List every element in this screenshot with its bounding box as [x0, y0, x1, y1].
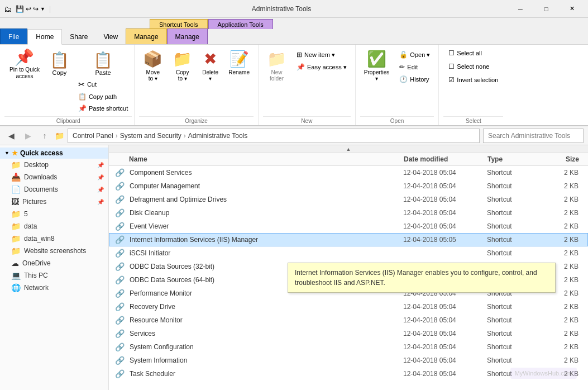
tab-view[interactable]: View [95, 30, 126, 44]
rename-button[interactable]: 📝 Rename [224, 47, 254, 78]
table-row[interactable]: 🔗 Resource Monitor 12-04-2018 05:04 Shor… [109, 313, 588, 327]
table-row[interactable]: 🔗 Disk Cleanup 12-04-2018 05:04 Shortcut… [109, 206, 588, 220]
sidebar-item-this-pc[interactable]: 💻 This PC [0, 269, 108, 282]
tab-manage-app[interactable]: Manage [167, 28, 208, 44]
select-all-button[interactable]: ☐ Select all [443, 47, 503, 59]
copy-path-button[interactable]: 📋 Copy path [74, 91, 132, 102]
table-row[interactable]: 🔗 Internet Information Services (IIS) Ma… [109, 233, 588, 246]
table-row[interactable]: 🔗 Services 12-04-2018 05:04 Shortcut 2 K… [109, 327, 588, 340]
edit-button[interactable]: ✏ Edit [395, 61, 434, 73]
tab-share[interactable]: Share [62, 30, 95, 44]
move-to-icon: 📦 [143, 50, 162, 68]
paste-button[interactable]: 📋 Paste [74, 49, 132, 78]
table-row[interactable]: 🔗 Defragment and Optimize Drives 12-04-2… [109, 193, 588, 206]
table-row[interactable]: 🔗 Recovery Drive 12-04-2018 05:04 Shortc… [109, 300, 588, 313]
delete-button[interactable]: ✖ Delete▾ [198, 47, 222, 84]
history-label: History [410, 76, 429, 83]
cut-button[interactable]: ✂ Cut [74, 78, 132, 91]
file-date: 12-04-2018 05:04 [403, 316, 487, 324]
minimize-button[interactable]: ─ [508, 2, 533, 16]
table-row[interactable]: 🔗 Event Viewer 12-04-2018 05:04 Shortcut… [109, 220, 588, 233]
select-none-button[interactable]: ☐ Select none [443, 60, 503, 73]
sidebar-item[interactable]: 📁 Website screenshots [0, 245, 108, 257]
path-sep-2: › [184, 132, 186, 140]
new-folder-button[interactable]: 📁 Newfolder [263, 47, 290, 84]
table-row[interactable]: 🔗 System Information 12-04-2018 05:04 Sh… [109, 354, 588, 367]
sidebar-item[interactable]: 📥 Downloads 📌 [0, 171, 108, 183]
paste-shortcut-button[interactable]: 📌 Paste shortcut [74, 103, 132, 114]
file-list: ▲ Name Date modified Type Size 🔗 Compone… [109, 145, 588, 390]
file-type: Shortcut [487, 222, 543, 230]
header-name[interactable]: Name [109, 155, 404, 163]
edit-label: Edit [407, 64, 418, 70]
properties-button[interactable]: ✅ Properties▾ [360, 47, 394, 84]
new-folder-icon: 📁 [267, 50, 286, 68]
pin-to-quick-access-button[interactable]: 📌 Pin to Quickaccess [4, 47, 45, 83]
header-type[interactable]: Type [487, 155, 543, 163]
file-name: System Configuration [130, 343, 403, 351]
path-part-admin-tools[interactable]: Administrative Tools [188, 132, 248, 140]
new-folder-label: Newfolder [270, 69, 284, 82]
file-name: Internet Information Services (IIS) Mana… [130, 236, 403, 244]
path-part-system-security[interactable]: System and Security [120, 132, 181, 140]
open-button[interactable]: 🔓 Open ▾ [395, 49, 434, 60]
sidebar-item[interactable]: 📁 5 [0, 208, 108, 220]
tab-home[interactable]: Home [27, 29, 62, 45]
table-row[interactable]: 🔗 System Configuration 12-04-2018 05:04 … [109, 340, 588, 354]
file-type: Shortcut [487, 209, 543, 217]
file-name: Task Scheduler [130, 370, 403, 378]
up-button[interactable]: ↑ [38, 129, 51, 142]
sidebar-item-network[interactable]: 🌐 Network [0, 282, 108, 294]
sidebar-item-icon: 📥 [11, 173, 21, 182]
path-part-control-panel[interactable]: Control Panel [73, 132, 113, 140]
ribbon-select-section: ☐ Select all ☐ Select none ☑ Invert sele… [439, 45, 508, 125]
organize-buttons: 📦 Moveto ▾ 📁 Copyto ▾ ✖ Delete▾ 📝 Rename [139, 45, 254, 116]
easy-access-button[interactable]: 📌 Easy access ▾ [293, 61, 351, 73]
new-item-button[interactable]: ⊞ New item ▾ [293, 49, 351, 60]
move-to-button[interactable]: 📦 Moveto ▾ [139, 47, 166, 84]
properties-label: Properties▾ [364, 69, 390, 82]
properties-icon: ✅ [367, 50, 386, 68]
copy-button[interactable]: 📋 Copy [46, 49, 73, 78]
sidebar-item-label: Desktop [24, 161, 49, 169]
table-row[interactable]: 🔗 Computer Management 12-04-2018 05:04 S… [109, 179, 588, 193]
select-all-label: Select all [457, 50, 482, 56]
file-icon: 🔗 [109, 235, 130, 244]
maximize-button[interactable]: □ [533, 2, 559, 16]
rename-icon: 📝 [230, 50, 249, 68]
file-date: 12-04-2018 05:05 [403, 236, 487, 244]
address-path-bar[interactable]: Control Panel › System and Security › Ad… [68, 129, 480, 143]
search-input[interactable] [483, 129, 584, 143]
sidebar-item-onedrive[interactable]: ☁ OneDrive [0, 257, 108, 269]
file-icon: 🔗 [109, 356, 130, 365]
sidebar-item[interactable]: 📁 data [0, 220, 108, 232]
copy-to-button[interactable]: 📁 Copyto ▾ [169, 47, 196, 84]
sidebar-item[interactable]: 🖼 Pictures 📌 [0, 196, 108, 208]
sidebar-item[interactable]: 📁 Desktop 📌 [0, 159, 108, 171]
tab-manage-shortcut[interactable]: Manage [126, 28, 166, 44]
file-icon: 🔗 [109, 289, 130, 298]
pin-indicator: 📌 [97, 199, 104, 205]
table-row[interactable]: 🔗 Component Services 12-04-2018 05:04 Sh… [109, 166, 588, 179]
back-button[interactable]: ◀ [4, 129, 18, 142]
sidebar-item-icon: 🖼 [11, 197, 19, 206]
invert-icon: ☑ [448, 76, 455, 84]
header-date[interactable]: Date modified [404, 155, 487, 163]
paste-shortcut-icon: 📌 [78, 104, 87, 112]
table-row[interactable]: 🔗 iSCSI Initiator Shortcut 2 KB [109, 246, 588, 260]
header-size[interactable]: Size [543, 155, 588, 163]
sidebar-item[interactable]: 📁 data_win8 [0, 232, 108, 245]
history-button[interactable]: 🕐 History [395, 74, 434, 85]
tab-file[interactable]: File [0, 28, 27, 44]
close-button[interactable]: ✕ [559, 2, 585, 16]
sidebar-item[interactable]: 📄 Documents 📌 [0, 183, 108, 196]
open-right-group: 🔓 Open ▾ ✏ Edit 🕐 History [395, 47, 434, 85]
sidebar-quick-access-header[interactable]: ▼ ★ Quick access [0, 148, 108, 159]
table-row[interactable]: 🔗 Task Scheduler 12-04-2018 05:04 Shortc… [109, 367, 588, 381]
paste-shortcut-label: Paste shortcut [89, 105, 128, 112]
dropdown-icon[interactable]: ▼ [40, 6, 45, 12]
clipboard-buttons: 📌 Pin to Quickaccess 📋 Copy 📋 Paste ✂ Cu… [4, 45, 132, 116]
invert-selection-button[interactable]: ☑ Invert selection [443, 74, 503, 86]
forward-button[interactable]: ▶ [21, 129, 35, 142]
file-size: 2 KB [543, 169, 587, 177]
